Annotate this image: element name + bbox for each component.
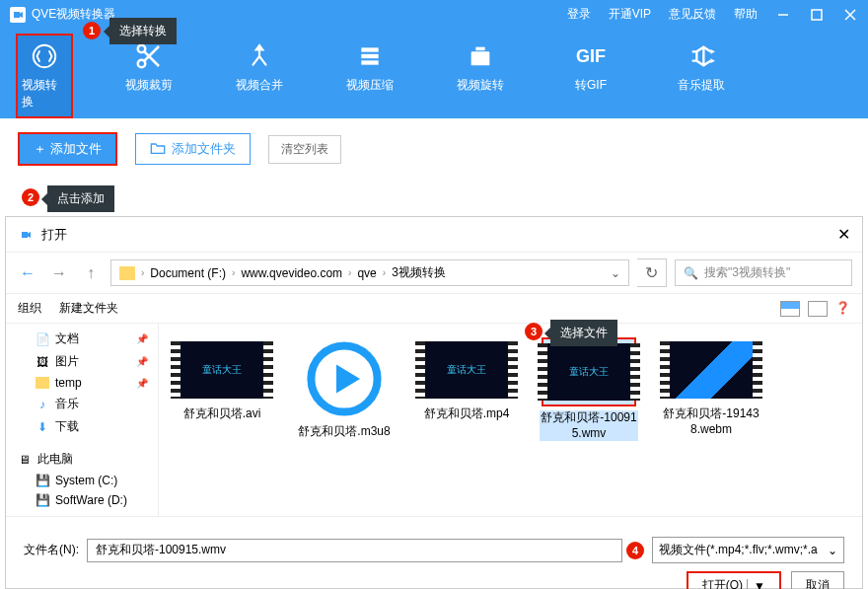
drive-icon: 💾 (36, 493, 49, 507)
rotate-icon (466, 41, 495, 71)
new-folder-button[interactable]: 新建文件夹 (59, 300, 118, 317)
drive-icon: 💾 (36, 474, 49, 487)
svg-text:GIF: GIF (576, 46, 606, 66)
tooltip-convert: 选择转换 (109, 18, 177, 44)
chevron-right-icon: › (348, 267, 351, 278)
music-icon: ♪ (36, 398, 49, 411)
vip-link[interactable]: 开通VIP (609, 6, 651, 23)
nav-forward-icon[interactable]: → (47, 261, 71, 285)
sidebar-item-thispc[interactable]: 🖥此电脑 (6, 448, 158, 471)
sidebar-item-drive-c[interactable]: 💾System (C:) (6, 471, 158, 490)
help-link[interactable]: 帮助 (734, 6, 758, 23)
play-icon (303, 337, 386, 420)
tab-label: 视频转换 (22, 77, 67, 110)
cancel-button[interactable]: 取消 (791, 571, 844, 589)
file-item[interactable]: 舒克和贝塔.m3u8 (295, 337, 394, 440)
dropdown-icon[interactable]: ▼ (747, 579, 765, 590)
view-list-icon[interactable] (808, 301, 828, 317)
chevron-down-icon[interactable]: ⌄ (611, 266, 620, 280)
chevron-down-icon: ⌄ (828, 544, 837, 557)
breadcrumb-item[interactable]: 3视频转换 (392, 264, 446, 281)
tab-audio[interactable]: 音乐提取 (673, 41, 730, 110)
tooltip-selectfile: 选择文件 (550, 320, 617, 346)
crop-icon (134, 41, 164, 71)
chevron-right-icon: › (383, 267, 386, 278)
open-button[interactable]: 打开(O) ▼ (687, 571, 781, 589)
gif-icon: GIF (576, 41, 606, 71)
feedback-link[interactable]: 意见反馈 (669, 6, 716, 23)
nav-back-icon[interactable]: ← (16, 261, 39, 285)
login-link[interactable]: 登录 (567, 6, 591, 23)
file-grid: 童话大王 舒克和贝塔.avi 舒克和贝塔.m3u8 童话大王 舒克和贝塔.mp4… (159, 324, 862, 516)
filename-input[interactable] (87, 539, 622, 562)
tab-rotate[interactable]: 视频旋转 (452, 41, 509, 110)
tab-label: 视频压缩 (346, 77, 394, 94)
refresh-icon[interactable]: ↻ (637, 258, 667, 287)
breadcrumb-item[interactable]: www.qvevideo.com (241, 266, 342, 280)
add-folder-button[interactable]: 添加文件夹 (135, 133, 251, 165)
badge-3: 3 (525, 323, 542, 340)
pin-icon: 📌 (136, 378, 148, 389)
badge-4: 4 (626, 542, 644, 559)
tab-label: 视频旋转 (457, 77, 504, 94)
chevron-right-icon: › (141, 267, 144, 278)
sidebar-item-music[interactable]: ♪音乐 (6, 393, 158, 415)
close-icon[interactable] (842, 7, 858, 23)
pics-icon: 🖼 (36, 355, 49, 369)
sidebar-item-temp[interactable]: temp📌 (6, 373, 158, 393)
sidebar-item-downloads[interactable]: ⬇下载 (6, 415, 158, 438)
organize-menu[interactable]: 组织 (18, 300, 41, 317)
svg-marker-19 (710, 58, 715, 63)
audio-icon (687, 41, 716, 71)
svg-marker-11 (256, 45, 263, 49)
pin-icon: 📌 (136, 356, 148, 367)
svg-rect-13 (361, 54, 378, 58)
svg-rect-15 (471, 51, 490, 65)
breadcrumb-item[interactable]: Document (F:) (150, 266, 226, 280)
search-icon: 🔍 (684, 266, 698, 280)
folder-icon (36, 377, 49, 389)
open-dialog: 打开 ✕ ← → ↑ › Document (F:) › www.qvevide… (5, 216, 863, 589)
file-item[interactable]: 童话大王 舒克和贝塔.mp4 (417, 337, 516, 422)
sidebar-item-docs[interactable]: 📄文档📌 (6, 328, 158, 350)
tab-crop[interactable]: 视频裁剪 (120, 41, 178, 110)
tab-convert[interactable]: 视频转换 (16, 34, 73, 118)
add-file-button[interactable]: ＋ 添加文件 (18, 132, 117, 166)
nav-up-icon[interactable]: ↑ (79, 261, 103, 285)
tab-label: 视频合并 (236, 77, 283, 94)
svg-rect-20 (22, 232, 28, 238)
pin-icon: 📌 (136, 333, 148, 344)
svg-rect-0 (14, 12, 20, 18)
filename-label: 文件名(N): (24, 542, 79, 558)
dialog-icon (18, 227, 34, 243)
breadcrumb-item[interactable]: qve (357, 266, 376, 280)
sidebar-item-pics[interactable]: 🖼图片📌 (6, 350, 158, 373)
tab-gif[interactable]: GIF 转GIF (562, 41, 619, 110)
maximize-icon[interactable] (809, 7, 825, 23)
sidebar-item-drive-d[interactable]: 💾SoftWare (D:) (6, 490, 158, 510)
file-item-selected[interactable]: 童话大王 舒克和贝塔-100915.wmv (540, 337, 638, 441)
svg-marker-21 (28, 232, 31, 238)
dialog-close-icon[interactable]: ✕ (837, 225, 850, 244)
tab-compress[interactable]: 视频压缩 (341, 41, 398, 110)
file-item[interactable]: 舒克和贝塔-191438.webm (662, 337, 760, 437)
chevron-right-icon: › (232, 267, 235, 278)
clear-button[interactable]: 清空列表 (268, 135, 341, 164)
search-input[interactable]: 🔍 搜索"3视频转换" (675, 259, 852, 286)
file-item[interactable]: 童话大王 舒克和贝塔.avi (173, 337, 271, 422)
download-icon: ⬇ (36, 420, 49, 434)
sidebar: 📄文档📌 🖼图片📌 temp📌 ♪音乐 ⬇下载 🖥此电脑 💾System (C:… (6, 324, 159, 516)
folder-icon (150, 141, 166, 158)
tab-label: 转GIF (575, 77, 607, 94)
docs-icon: 📄 (36, 332, 49, 346)
tab-merge[interactable]: 视频合并 (231, 41, 288, 110)
filetype-select[interactable]: 视频文件(*.mp4;*.flv;*.wmv;*.a ⌄ (652, 537, 844, 563)
app-logo (10, 7, 26, 23)
app-title: QVE视频转换器 (32, 6, 115, 23)
help-icon[interactable]: ❓ (835, 301, 850, 317)
breadcrumb[interactable]: › Document (F:) › www.qvevideo.com › qve… (110, 259, 629, 286)
minimize-icon[interactable] (775, 7, 791, 23)
view-large-icon[interactable] (780, 301, 800, 317)
svg-rect-3 (812, 10, 822, 20)
svg-rect-16 (475, 47, 484, 51)
